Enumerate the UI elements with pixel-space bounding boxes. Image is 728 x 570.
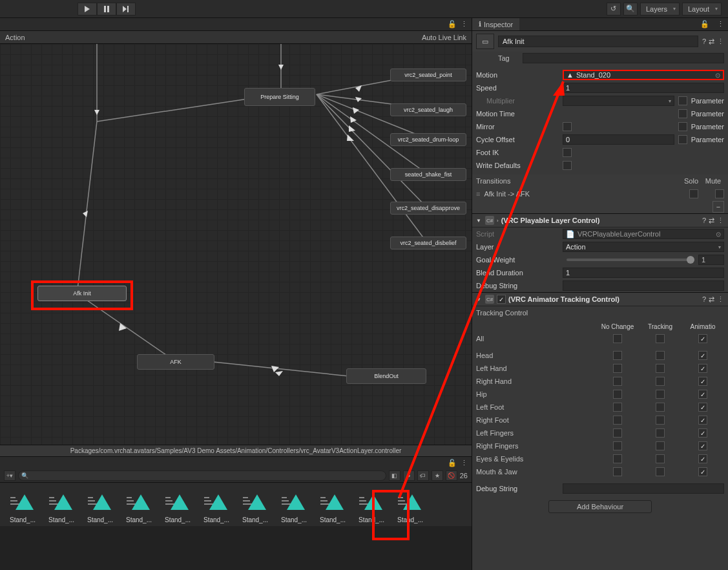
preset-icon[interactable]: ⇄ [709,37,714,46]
script-field[interactable]: 📄 VRCPlayableLayerControl [563,229,724,239]
motion-time-parameter-checkbox[interactable] [678,109,687,118]
tracking-checkbox[interactable] [656,441,665,450]
cycle-offset-parameter-checkbox[interactable] [678,135,687,144]
step-button[interactable] [116,3,136,16]
foot-ik-checkbox[interactable] [563,148,572,157]
tracking-checkbox[interactable]: ✓ [698,334,707,343]
tracking-checkbox[interactable] [656,403,665,412]
tracking-checkbox[interactable] [656,377,665,386]
node-seated-shake-fist[interactable]: seated_shake_fist [390,168,466,181]
kebab-icon[interactable]: ⋮ [461,20,468,28]
debug-string-field[interactable] [563,280,724,291]
blend-duration-field[interactable]: 1 [563,268,724,278]
animator-layer-tab[interactable]: Action [5,34,25,41]
goal-weight-value[interactable]: 1 [698,255,724,265]
speed-field[interactable]: 1 [563,83,724,93]
tracking-checkbox[interactable]: ✓ [698,441,707,450]
mirror-checkbox[interactable] [563,122,572,131]
preset-icon[interactable]: ⇄ [709,295,714,304]
asset-item[interactable]: Stand_... [199,492,234,523]
kebab-icon[interactable]: ⋮ [713,20,728,28]
tracking-checkbox[interactable] [613,416,622,425]
asset-item[interactable]: Stand_... [44,492,79,523]
pause-button[interactable] [97,3,116,16]
asset-item[interactable]: Stand_... [238,492,273,523]
foldout-icon[interactable]: ▼ [476,297,483,302]
inspector-tab[interactable]: ℹ Inspector [472,18,519,30]
animator-graph-canvas[interactable]: Prepare Sitting Afk Init AFK BlendOut vr… [0,44,472,445]
motion-field[interactable]: ▲ Stand_020 [563,70,724,80]
tracking-checkbox[interactable] [656,428,665,438]
layers-dropdown[interactable]: Layers [640,3,680,16]
tracking-checkbox[interactable]: ✓ [698,403,707,412]
asset-item[interactable]: Stand_... [160,492,195,523]
tracking-checkbox[interactable] [656,390,665,399]
tracking-checkbox[interactable] [613,428,622,438]
tracking-checkbox[interactable] [613,390,622,399]
tracking-checkbox[interactable] [613,403,622,412]
kebab-icon[interactable]: ⋮ [717,37,724,46]
debug-string-field-2[interactable] [563,483,724,494]
node-seated-drum-loop[interactable]: vrc2_seated_drum-loop [390,133,466,146]
transition-row[interactable]: ≡ Afk Init -> AFK [472,187,728,200]
multiplier-parameter-checkbox[interactable] [678,96,687,105]
tracking-checkbox[interactable] [613,454,622,463]
create-dropdown[interactable]: +▾ [4,470,16,481]
mirror-parameter-checkbox[interactable] [678,122,687,131]
drag-handle-icon[interactable]: ≡ [476,190,480,198]
kebab-icon[interactable]: ⋮ [717,216,724,225]
state-name-field[interactable]: Afk Init [498,36,698,47]
tracking-checkbox[interactable]: ✓ [698,428,707,438]
add-behaviour-button[interactable]: Add Behaviour [548,500,652,513]
project-search-input[interactable] [30,472,386,479]
write-defaults-checkbox[interactable] [563,161,572,170]
tracking-checkbox[interactable]: ✓ [698,377,707,386]
help-icon[interactable]: ? [702,37,706,46]
asset-item[interactable]: Stand_... [83,492,118,523]
preset-icon[interactable]: ⇄ [709,216,714,225]
component-header-playable-layer[interactable]: ▼ C# › (VRC Playable Layer Control) ? ⇄ … [472,213,728,227]
hidden-icon[interactable]: 🚫 [446,470,457,481]
layer-dropdown[interactable]: Action [563,242,724,252]
tracking-checkbox[interactable] [656,334,665,343]
tracking-checkbox[interactable]: ✓ [698,364,707,373]
tag-field[interactable] [523,53,724,63]
save-search-icon[interactable]: 🏷 [417,470,429,481]
project-search[interactable] [18,470,386,481]
component-header-tracking-control[interactable]: ▼ C# ✓ (VRC Animator Tracking Control) ?… [472,292,728,306]
tracking-checkbox[interactable] [613,377,622,386]
asset-item[interactable]: Stand_... [276,492,311,523]
tracking-checkbox[interactable] [656,364,665,373]
search-icon[interactable]: 🔍 [623,3,638,16]
tracking-checkbox[interactable]: ✓ [698,416,707,425]
play-button[interactable] [78,3,97,16]
tracking-checkbox[interactable] [656,416,665,425]
help-icon[interactable]: ? [702,295,706,303]
remove-transition-button[interactable]: − [712,201,724,213]
node-afk-init[interactable]: Afk Init [37,286,127,301]
tracking-checkbox[interactable]: ✓ [698,454,707,463]
asset-item[interactable]: Stand_... [121,492,156,523]
tracking-checkbox[interactable] [656,351,665,360]
tracking-checkbox[interactable] [613,467,622,476]
asset-item[interactable]: Stand_... [354,492,389,523]
tracking-checkbox[interactable]: ✓ [698,467,707,476]
node-afk[interactable]: AFK [137,354,214,370]
lock-icon[interactable]: 🔓 [448,20,457,28]
node-seated-laugh[interactable]: vrc2_seated_laugh [390,103,466,116]
lock-icon[interactable]: 🔓 [696,20,713,28]
filter-by-label-icon[interactable]: ● [403,470,415,481]
node-seated-disapprove[interactable]: vrc2_seated_disapprove [390,202,466,215]
node-blendout[interactable]: BlendOut [346,368,426,384]
foldout-icon[interactable]: ▼ [476,218,483,224]
tracking-checkbox[interactable]: ✓ [698,351,707,360]
auto-live-link-button[interactable]: Auto Live Link [422,34,466,41]
help-icon[interactable]: ? [702,216,706,224]
component-enable-checkbox[interactable]: ✓ [497,295,506,304]
kebab-icon[interactable]: ⋮ [461,459,468,467]
tracking-checkbox[interactable] [613,441,622,450]
asset-item[interactable]: Stand_... [5,492,40,523]
node-seated-point[interactable]: vrc2_seated_point [390,69,466,81]
undo-history-icon[interactable]: ↺ [607,3,621,16]
tracking-checkbox[interactable]: ✓ [698,390,707,399]
